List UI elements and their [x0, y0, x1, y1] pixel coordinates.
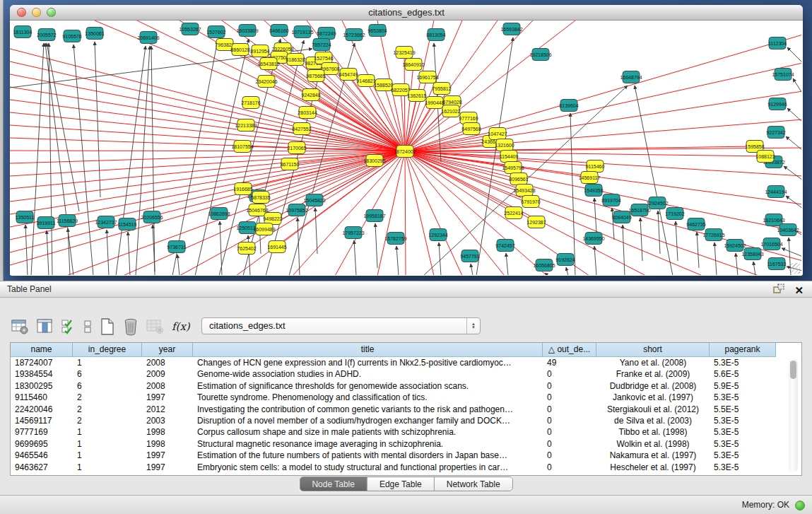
graph-node[interactable]: 8919704 [601, 194, 620, 206]
graph-node[interactable]: 12924502 [646, 197, 668, 209]
graph-node[interactable]: 17726915 [702, 229, 724, 241]
graph-node[interactable]: 1362615 [407, 90, 426, 102]
graph-node[interactable]: 5878335 [251, 192, 270, 204]
table-row[interactable]: 1456911722003Disruption of a novel membe… [11, 415, 801, 426]
zoom-window-icon[interactable] [47, 8, 56, 17]
graph-node[interactable]: 15045823 [303, 194, 325, 206]
graph-node[interactable]: 23420046 [255, 76, 277, 88]
graph-node[interactable]: 8139604 [559, 100, 578, 112]
graph-node[interactable]: 1167533 [767, 258, 787, 270]
table-row[interactable]: 1938455462009Genome-wide association stu… [11, 368, 801, 380]
graph-node[interactable]: 11156829 [57, 215, 78, 227]
graph-node[interactable]: 8186328 [286, 54, 305, 66]
table-settings-icon[interactable] [11, 318, 29, 335]
graph-node[interactable]: 16961758 [416, 71, 438, 83]
graph-node[interactable]: 5872249 [317, 28, 336, 40]
graph-node[interactable]: 9129946 [767, 98, 787, 110]
graph-node[interactable]: 6466160 [269, 25, 288, 37]
graph-node[interactable]: 9105578 [62, 30, 81, 42]
graph-node[interactable]: 1811304 [13, 26, 33, 38]
graph-node[interactable]: 1321600 [495, 139, 514, 151]
graph-node[interactable]: 12444194 [765, 186, 787, 198]
show-columns-icon[interactable] [37, 318, 54, 335]
graph-node[interactable]: 9227342 [766, 127, 785, 139]
graph-node[interactable]: 1527602 [206, 26, 225, 38]
graph-node[interactable]: 7625402 [237, 243, 256, 255]
graph-node[interactable]: 16099489 [253, 223, 275, 235]
graph-node[interactable]: 19958187 [363, 210, 385, 222]
graph-node[interactable]: 15493428 [513, 185, 535, 197]
memory-status-icon[interactable] [795, 501, 805, 510]
graph-node[interactable]: 9777169 [459, 112, 478, 124]
column-header-in_degree[interactable]: in_degree [73, 343, 142, 357]
graph-node[interactable]: 17016504 [760, 238, 782, 250]
graph-node[interactable]: 1691445 [267, 241, 286, 253]
graph-node[interactable]: 15495798 [502, 162, 524, 174]
graph-node[interactable]: 9457791 [460, 250, 479, 262]
table-row[interactable]: 946554611997Estimation of the future num… [11, 450, 801, 461]
graph-node[interactable]: 1350061 [85, 28, 104, 40]
create-table-icon[interactable] [100, 317, 115, 336]
graph-node[interactable]: 1047427 [488, 128, 507, 140]
graph-node[interactable]: 16518790 [628, 204, 650, 216]
graph-node[interactable]: 18640910 [402, 59, 424, 71]
column-header-pagerank[interactable]: pagerank [710, 343, 776, 357]
table-row[interactable]: 2242004622012Investigating the contribut… [11, 404, 801, 415]
graph-node[interactable]: 15751074 [772, 69, 794, 81]
graph-node[interactable]: 19218506 [529, 49, 551, 61]
graph-node[interactable]: 2170065 [287, 142, 306, 154]
tab-network-table[interactable]: Network Table [434, 477, 512, 491]
graph-node[interactable]: 12358943 [741, 248, 763, 260]
graph-node[interactable]: 16593842 [500, 23, 522, 35]
graph-node[interactable]: 16543812 [257, 58, 279, 70]
graph-node[interactable]: 10975857 [286, 204, 307, 216]
graph-node[interactable]: 16056805 [533, 259, 555, 271]
graph-node[interactable]: 10719135 [291, 26, 313, 38]
graph-node[interactable]: 9146821 [356, 75, 375, 87]
graph-node[interactable]: 6791970 [521, 196, 540, 208]
graph-node[interactable]: 18724007 [394, 146, 416, 158]
graph-node[interactable]: 14569117 [579, 172, 601, 184]
graph-node[interactable]: 17957223 [342, 227, 364, 239]
resize-grip[interactable] [789, 263, 800, 274]
graph-node[interactable]: 20206556 [141, 211, 163, 223]
graph-node[interactable]: 2522414 [504, 207, 523, 219]
network-canvas[interactable]: 1811304200557291055781350061206914061055… [10, 21, 801, 275]
row-mode-icon[interactable] [83, 318, 92, 335]
graph-node[interactable]: 12342737 [95, 216, 117, 228]
column-header-name[interactable]: name [11, 343, 73, 357]
graph-node[interactable]: 1621022 [441, 105, 460, 117]
graph-node[interactable]: 16648794 [620, 71, 642, 83]
graph-node[interactable]: 2005572 [37, 29, 56, 41]
graph-node[interactable]: 8671150 [281, 158, 300, 170]
graph-node[interactable]: 7857224 [312, 39, 331, 51]
window-titlebar[interactable]: citations_edges.txt [10, 5, 803, 21]
graph-node[interactable]: 9742457 [495, 240, 514, 252]
graph-node[interactable]: 1088123 [755, 151, 775, 163]
graph-node[interactable]: 12325419 [393, 47, 415, 59]
graph-node[interactable]: 8813054 [426, 29, 445, 41]
graph-node[interactable]: 3919911 [37, 217, 56, 229]
graph-node[interactable]: 14369550 [582, 233, 604, 245]
table-scrollbar[interactable] [789, 358, 798, 472]
graph-node[interactable]: 2803144 [298, 107, 317, 119]
close-window-icon[interactable] [17, 8, 26, 17]
table-row[interactable]: 969969511998Structural magnetic resonanc… [11, 438, 801, 450]
graph-node[interactable]: 20691406 [137, 32, 159, 44]
table-select-combobox[interactable]: citations_edges.txt ▲▼ [201, 317, 481, 334]
graph-node[interactable]: 8084049 [612, 211, 631, 223]
graph-node[interactable]: 9875685 [306, 70, 325, 82]
graph-node[interactable]: 1112304 [768, 37, 787, 49]
float-window-icon[interactable] [773, 284, 784, 297]
table-row[interactable]: 1872400712008Changes of HCN gene express… [11, 357, 801, 368]
graph-node[interactable]: 8096561 [509, 173, 528, 185]
graph-node[interactable]: 6497568 [461, 123, 481, 135]
graph-node[interactable]: 9115460 [586, 160, 605, 173]
graph-node[interactable]: 9736731 [167, 241, 186, 253]
graph-node[interactable]: 1292387 [526, 216, 546, 228]
graph-node[interactable]: 16782759 [384, 233, 406, 245]
graph-node[interactable]: 1916685 [233, 183, 252, 195]
select-rows-icon[interactable] [61, 318, 76, 335]
graph-node[interactable]: 7955812 [432, 83, 451, 95]
graph-node[interactable]: 9498222 [263, 213, 282, 225]
